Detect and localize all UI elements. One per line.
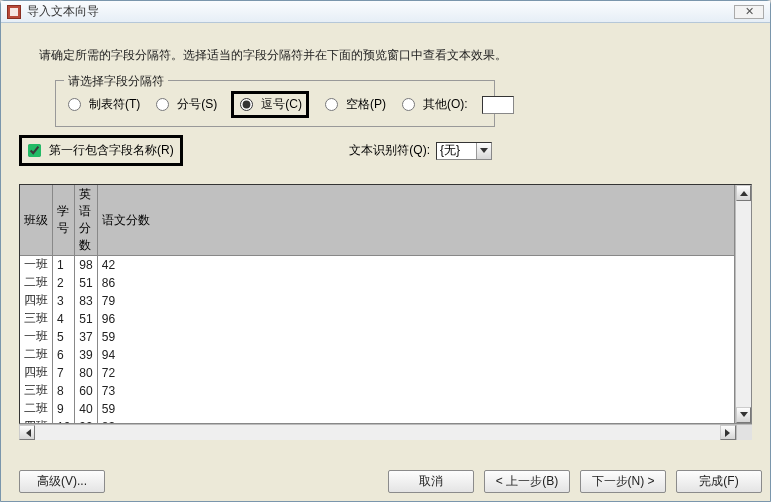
table-cell: 10 [53,418,75,424]
table-cell: 三班 [20,310,53,328]
table-cell: 9 [53,400,75,418]
table-cell: 2 [53,274,75,292]
delimiter-legend: 请选择字段分隔符 [64,73,168,90]
table-row[interactable]: 一班19842 [20,256,735,274]
table-row[interactable]: 三班86073 [20,382,735,400]
table-cell: 94 [97,346,734,364]
table-cell: 5 [53,328,75,346]
table-cell: 60 [75,382,97,400]
col-header[interactable]: 英语分数 [75,185,97,256]
table-row[interactable]: 四班38379 [20,292,735,310]
button-bar: 高级(V)... 取消 < 上一步(B) 下一步(N) > 完成(F) [1,460,770,501]
radio-other-input[interactable] [402,98,415,111]
table-cell: 72 [97,364,734,382]
first-row-checkbox-wrap[interactable]: 第一行包含字段名称(R) [19,135,183,166]
table-row[interactable]: 一班53759 [20,328,735,346]
radio-semicolon[interactable]: 分号(S) [154,96,217,113]
table-cell: 三班 [20,382,53,400]
table-cell: 39 [75,346,97,364]
table-cell: 59 [97,328,734,346]
table-cell: 83 [75,292,97,310]
scroll-left-arrow[interactable] [19,425,35,440]
other-delimiter-input[interactable] [482,96,514,114]
radio-other[interactable]: 其他(O): [400,96,468,113]
table-cell: 四班 [20,292,53,310]
content-area: 请确定所需的字段分隔符。选择适当的字段分隔符并在下面的预览窗口中查看文本效果。 … [1,23,770,460]
col-header[interactable]: 学号 [53,185,75,256]
row-options: 第一行包含字段名称(R) 文本识别符(Q): {无} [19,135,752,166]
radio-comma-label: 逗号(C) [261,96,302,113]
table-row[interactable]: 二班94059 [20,400,735,418]
table-cell: 6 [53,346,75,364]
scroll-track-h[interactable] [35,425,720,440]
table-row[interactable]: 二班63994 [20,346,735,364]
table-cell: 3 [53,292,75,310]
text-qualifier-label: 文本识别符(Q): [349,142,430,159]
col-header[interactable]: 班级 [20,185,53,256]
table-cell: 86 [97,274,734,292]
table-cell: 7 [53,364,75,382]
table-cell: 98 [75,256,97,274]
text-qualifier-row: 文本识别符(Q): {无} [349,142,492,160]
chevron-down-icon [476,143,491,159]
next-button[interactable]: 下一步(N) > [580,470,666,493]
table-cell: 8 [53,382,75,400]
vertical-scrollbar[interactable] [735,185,751,423]
radio-tab-input[interactable] [68,98,81,111]
table-cell: 59 [97,400,734,418]
horizontal-scrollbar[interactable] [19,424,752,440]
table-cell: 83 [97,418,734,424]
radio-semicolon-input[interactable] [156,98,169,111]
table-cell: 79 [97,292,734,310]
table-cell: 4 [53,310,75,328]
scroll-right-arrow[interactable] [720,425,736,440]
table-row[interactable]: 四班109283 [20,418,735,424]
titlebar: 导入文本向导 ✕ [1,1,770,23]
delimiter-fieldset: 请选择字段分隔符 制表符(T) 分号(S) 逗号(C) [55,80,495,127]
scroll-down-arrow[interactable] [736,407,751,423]
table-row[interactable]: 四班78072 [20,364,735,382]
table-row[interactable]: 三班45196 [20,310,735,328]
table-cell: 37 [75,328,97,346]
radio-tab-label: 制表符(T) [89,96,140,113]
table-cell: 51 [75,274,97,292]
advanced-button[interactable]: 高级(V)... [19,470,105,493]
back-button[interactable]: < 上一步(B) [484,470,570,493]
col-header-label: 语文分数 [102,213,150,227]
table-row[interactable]: 二班25186 [20,274,735,292]
preview-table: 班级 学号 英语分数 语文分数 一班19842二班25186四班38379三班4… [20,185,735,423]
instruction-text: 请确定所需的字段分隔符。选择适当的字段分隔符并在下面的预览窗口中查看文本效果。 [39,47,742,64]
preview-area: 班级 学号 英语分数 语文分数 一班19842二班25186四班38379三班4… [19,184,752,454]
table-cell: 92 [75,418,97,424]
table-cell: 二班 [20,346,53,364]
first-row-checkbox[interactable] [28,144,41,157]
wizard-window: 导入文本向导 ✕ 请确定所需的字段分隔符。选择适当的字段分隔符并在下面的预览窗口… [0,0,771,502]
table-cell: 80 [75,364,97,382]
radio-comma-input[interactable] [240,98,253,111]
finish-button[interactable]: 完成(F) [676,470,762,493]
window-title: 导入文本向导 [27,3,99,20]
scroll-track[interactable] [736,201,751,407]
col-header[interactable]: 语文分数 [97,185,734,256]
text-qualifier-select[interactable]: {无} [436,142,492,160]
radio-tab[interactable]: 制表符(T) [66,96,140,113]
cancel-button[interactable]: 取消 [388,470,474,493]
radio-space[interactable]: 空格(P) [323,96,386,113]
delimiter-radio-row: 制表符(T) 分号(S) 逗号(C) 空格(P) [66,91,484,118]
table-cell: 42 [97,256,734,274]
table-cell: 96 [97,310,734,328]
table-cell: 二班 [20,400,53,418]
table-cell: 1 [53,256,75,274]
radio-other-label: 其他(O): [423,96,468,113]
table-cell: 四班 [20,364,53,382]
radio-comma[interactable]: 逗号(C) [238,96,302,113]
scroll-up-arrow[interactable] [736,185,751,201]
table-cell: 二班 [20,274,53,292]
preview-table-wrap: 班级 学号 英语分数 语文分数 一班19842二班25186四班38379三班4… [19,184,752,424]
radio-semicolon-label: 分号(S) [177,96,217,113]
preview-table-inner: 班级 学号 英语分数 语文分数 一班19842二班25186四班38379三班4… [20,185,735,423]
radio-space-input[interactable] [325,98,338,111]
table-cell: 73 [97,382,734,400]
close-button[interactable]: ✕ [734,5,764,19]
table-cell: 40 [75,400,97,418]
